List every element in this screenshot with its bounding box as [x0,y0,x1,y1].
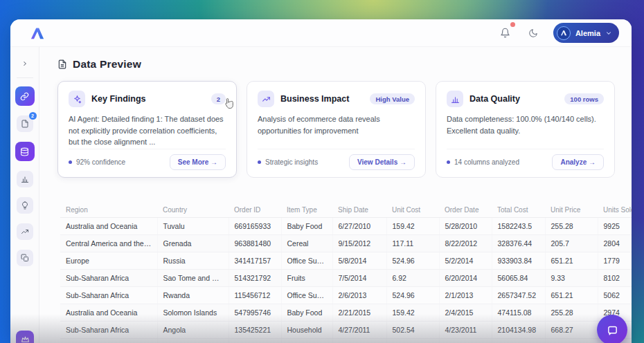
table-cell: Sao Tome and Principe [157,270,229,287]
dark-mode-toggle[interactable] [524,24,542,42]
table-cell: 2/1/2013 [439,287,492,304]
brand-logo-icon [30,26,45,40]
column-header[interactable]: Order ID [229,203,281,218]
sidebar-item-connections[interactable] [15,86,35,106]
key-findings-card[interactable]: Key Findings 2 AI Agent: Detailed findin… [57,81,237,178]
table-row[interactable]: Australia and OceaniaSolomon Islands5479… [60,304,632,322]
business-impact-card[interactable]: Business Impact High Value Analysis of e… [247,81,426,178]
table-cell: 135425221 [229,322,281,339]
column-header[interactable]: Total Cost [492,203,545,218]
table-cell: 117.11 [386,235,439,252]
column-header[interactable]: Item Type [281,203,332,218]
page-title: Data Preview [73,58,141,71]
sidebar-item-trends[interactable] [17,223,33,240]
table-cell: 4/23/2011 [439,322,492,339]
data-table: RegionCountryOrder IDItem TypeShip DateU… [60,203,632,343]
table-cell: 205.7 [545,235,598,252]
chat-button[interactable] [597,315,627,343]
table-cell: 255.28 [545,304,598,322]
main-content: Data Preview Key Findings 2 AI Agent: De… [39,47,632,343]
data-table-container[interactable]: RegionCountryOrder IDItem TypeShip DateU… [60,203,632,343]
table-cell: 651.21 [545,252,598,270]
table-cell: 255.28 [545,218,598,235]
table-cell: 7/27/2012 [332,339,386,343]
table-row[interactable]: Sub-Saharan AfricaBurkina Faso871543967V… [60,339,632,343]
card-badge: 100 rows [564,93,604,104]
file-icon [57,59,67,69]
sparkles-icon [69,91,85,107]
table-cell: 5/2/2014 [439,252,492,270]
chevron-right-icon [21,60,28,67]
table-cell: 963881480 [229,235,281,252]
bar-chart-icon [21,175,29,183]
table-cell: Baby Food [281,304,332,322]
card-badge: High Value [370,93,415,104]
table-row[interactable]: Sub-Saharan AfricaSao Tome and Principe5… [60,270,632,287]
card-body-text: Analysis of ecommerce data reveals oppor… [258,113,415,136]
table-cell: 2/6/2013 [332,287,386,304]
column-header[interactable]: Country [157,203,229,218]
column-header[interactable]: Unit Price [545,203,598,218]
table-cell: 502.54 [386,322,439,339]
database-icon [20,147,29,156]
see-more-button[interactable]: See More → [170,154,226,170]
table-cell: 734896.26 [492,339,545,343]
copy-icon [21,254,29,262]
dot-icon [447,160,450,164]
card-footnote: 14 columns analyzed [447,158,552,166]
table-cell: Office Supplies [281,252,332,270]
table-cell: Sub-Saharan Africa [60,287,157,304]
table-cell: Australia and Oceania [60,218,157,235]
dot-icon [69,160,72,164]
column-header[interactable]: Order Date [439,203,492,218]
data-quality-card[interactable]: Data Quality 100 rows Data completeness:… [436,81,615,178]
table-cell: 2/4/2015 [439,304,492,322]
lightbulb-icon [21,201,29,210]
sidebar-item-documents[interactable]: 2 [17,115,33,132]
notification-dot [510,22,515,27]
avatar [557,26,571,40]
table-row[interactable]: EuropeRussia341417157Office Supplies5/8/… [60,252,632,270]
table-cell: 341417157 [229,252,281,270]
table-cell: 474115.08 [492,304,545,322]
table-cell: Burkina Faso [157,339,229,343]
table-cell: 1779 [598,252,632,270]
table-cell: 159.42 [386,218,439,235]
card-body-text: AI Agent: Detailed finding 1: The datase… [69,113,226,148]
table-cell: 669165933 [229,218,281,235]
table-header-row: RegionCountryOrder IDItem TypeShip DateU… [60,203,632,218]
user-menu-button[interactable]: Alemia [553,23,619,43]
sidebar-item-insights[interactable] [17,197,33,214]
view-details-button[interactable]: View Details → [349,154,415,170]
table-row[interactable]: Sub-Saharan AfricaRwanda115456712Office … [60,287,632,304]
app-window: Alemia [10,19,632,343]
speech-bubble-icon [607,324,618,336]
table-cell: 2104134.98 [492,322,545,339]
sidebar-expand-button[interactable] [17,55,33,72]
column-header[interactable]: Units Sold [598,203,632,218]
sidebar-item-charts[interactable] [17,171,33,187]
trend-up-icon [258,91,274,107]
sidebar: 2 [10,47,39,343]
sidebar-item-dataset[interactable] [15,142,35,161]
sidebar-item-files[interactable] [17,250,33,266]
table-cell: Sub-Saharan Africa [60,270,157,287]
sidebar-item-upgrade[interactable] [16,331,34,343]
column-header[interactable]: Ship Date [332,203,386,218]
table-cell: Angola [157,322,229,339]
analyze-button[interactable]: Analyze → [552,154,604,170]
table-row[interactable]: Sub-Saharan AfricaAngola135425221Househo… [60,322,632,339]
table-row[interactable]: Central America and the Car...Grenada963… [60,235,632,252]
table-cell: 5062 [598,287,632,304]
table-cell: 2/21/2015 [332,304,386,322]
table-cell: Europe [60,252,157,270]
table-cell: 514321792 [229,270,281,287]
table-cell: 2657347.52 [492,287,545,304]
column-header[interactable]: Region [60,203,157,218]
table-cell: 524.96 [386,252,439,270]
table-row[interactable]: Australia and OceaniaTuvalu669165933Baby… [60,218,632,235]
table-cell: Russia [157,252,229,270]
column-header[interactable]: Unit Cost [386,203,439,218]
table-cell: Vegetables [281,339,332,343]
table-cell: 7/17/2012 [439,339,492,343]
